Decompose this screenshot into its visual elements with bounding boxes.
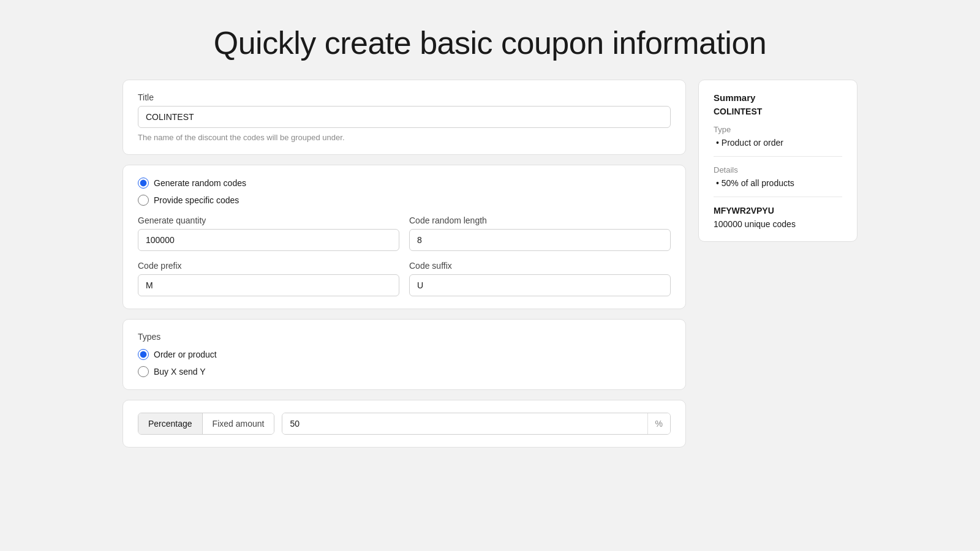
buy-x-send-y-radio[interactable] <box>138 366 149 377</box>
prefix-field: Code prefix <box>138 261 399 296</box>
quantity-input[interactable] <box>138 229 399 251</box>
prefix-input[interactable] <box>138 274 399 296</box>
quantity-field: Generate quantity <box>138 216 399 251</box>
codes-card: Generate random codes Provide specific c… <box>123 165 686 309</box>
order-or-product-radio-row[interactable]: Order or product <box>138 349 671 360</box>
types-section-label: Types <box>138 332 671 342</box>
fixed-amount-tab[interactable]: Fixed amount <box>203 413 274 434</box>
suffix-input[interactable] <box>409 274 671 296</box>
summary-coupon-name: COLINTEST <box>714 107 842 116</box>
discount-value-input[interactable] <box>282 413 647 434</box>
summary-type-label: Type <box>714 125 842 134</box>
summary-divider-2 <box>714 197 842 197</box>
buy-x-send-y-radio-row[interactable]: Buy X send Y <box>138 366 671 377</box>
discount-suffix: % <box>647 413 670 434</box>
summary-type-value: Product or order <box>714 138 842 148</box>
quantity-label: Generate quantity <box>138 216 399 225</box>
discount-input-wrap: % <box>282 413 671 435</box>
length-label: Code random length <box>409 216 671 225</box>
codes-fields-grid: Generate quantity Code random length Cod… <box>138 216 671 296</box>
suffix-field: Code suffix <box>409 261 671 296</box>
summary-card: Summary COLINTEST Type Product or order … <box>698 80 858 242</box>
prefix-label: Code prefix <box>138 261 399 271</box>
discount-tab-group: Percentage Fixed amount <box>138 413 274 435</box>
order-or-product-radio[interactable] <box>138 349 149 360</box>
length-input[interactable] <box>409 229 671 251</box>
title-card: Title The name of the discount the codes… <box>123 80 686 155</box>
length-field: Code random length <box>409 216 671 251</box>
suffix-label: Code suffix <box>409 261 671 271</box>
generate-random-radio-row[interactable]: Generate random codes <box>138 178 671 189</box>
summary-unique-codes: 100000 unique codes <box>714 219 842 229</box>
summary-code: MFYWR2VPYU <box>714 206 842 216</box>
page-title: Quickly create basic coupon information <box>0 0 980 80</box>
summary-divider-1 <box>714 156 842 157</box>
types-radio-section: Order or product Buy X send Y <box>138 349 671 377</box>
generate-random-radio[interactable] <box>138 178 149 189</box>
summary-details-value: 50% of all products <box>714 178 842 188</box>
percentage-tab[interactable]: Percentage <box>138 413 203 434</box>
summary-column: Summary COLINTEST Type Product or order … <box>698 80 858 242</box>
provide-specific-radio-row[interactable]: Provide specific codes <box>138 195 671 206</box>
order-or-product-label: Order or product <box>154 350 217 359</box>
summary-title: Summary <box>714 92 842 103</box>
discount-card: Percentage Fixed amount % <box>123 400 686 448</box>
summary-details-label: Details <box>714 165 842 174</box>
title-field-label: Title <box>138 92 671 102</box>
form-left-column: Title The name of the discount the codes… <box>123 80 686 448</box>
title-input[interactable] <box>138 106 671 128</box>
provide-specific-label: Provide specific codes <box>154 195 239 205</box>
provide-specific-radio[interactable] <box>138 195 149 206</box>
title-helper-text: The name of the discount the codes will … <box>138 133 671 142</box>
types-card: Types Order or product Buy X send Y <box>123 319 686 390</box>
generate-random-label: Generate random codes <box>154 178 246 188</box>
buy-x-send-y-label: Buy X send Y <box>154 367 206 377</box>
